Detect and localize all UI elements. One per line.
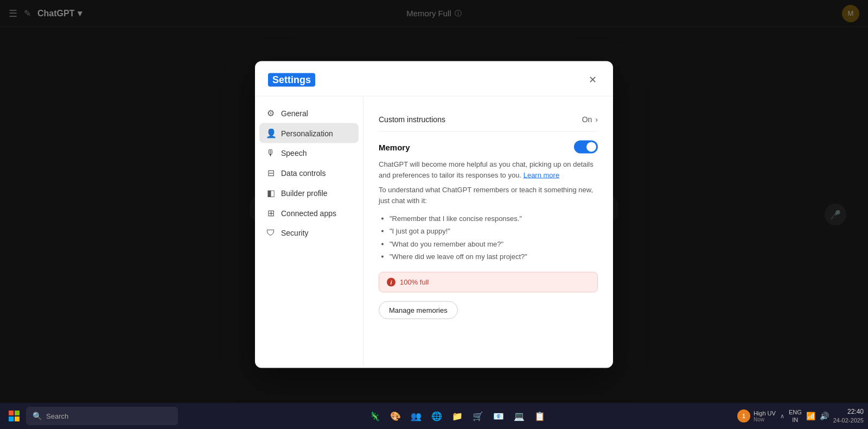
personalization-icon: 👤 (266, 128, 276, 138)
sidebar-item-label: General (281, 109, 308, 117)
uv-label: High UV (754, 410, 776, 417)
svg-rect-1 (15, 411, 20, 415)
memory-toggle[interactable] (574, 141, 598, 154)
sidebar-item-security[interactable]: 🛡 Security (259, 223, 359, 243)
settings-content: Custom instructions On › Memory ChatGPT … (363, 97, 613, 368)
custom-instructions-on: On (582, 115, 592, 124)
taskbar-app-teams[interactable]: 👥 (406, 406, 426, 426)
sidebar-item-label: Connected apps (281, 209, 336, 217)
taskbar-right: 1 High UV Now ∧ ENGIN 📶 🔊 22:40 24-02-20… (737, 407, 864, 425)
taskbar-app-color[interactable]: 🎨 (386, 406, 405, 426)
data-controls-icon: ⊟ (266, 168, 276, 178)
modal-header: Settings ✕ (255, 61, 613, 97)
svg-rect-0 (9, 411, 14, 415)
memory-description: ChatGPT will become more helpful as you … (379, 159, 598, 180)
custom-instructions-value[interactable]: On › (582, 115, 598, 124)
memory-full-bar: i 100% full (379, 272, 598, 292)
memory-teach-text: To understand what ChatGPT remembers or … (379, 185, 598, 206)
sidebar-item-label: Security (281, 229, 309, 237)
sidebar-item-speech[interactable]: 🎙 Speech (259, 143, 359, 163)
clock-date: 24-02-2025 (833, 417, 864, 425)
speech-icon: 🎙 (266, 148, 276, 158)
list-item: "Remember that I like concise responses.… (390, 212, 598, 225)
custom-instructions-label: Custom instructions (379, 115, 445, 124)
security-icon: 🛡 (266, 228, 276, 238)
sidebar-item-label: Speech (281, 149, 307, 157)
chevron-right-icon: › (595, 115, 598, 124)
manage-memories-button[interactable]: Manage memories (379, 301, 458, 319)
taskbar-app-mail[interactable]: 📧 (489, 406, 508, 426)
taskbar-uv: 1 High UV Now (737, 409, 776, 422)
sidebar-item-data-controls[interactable]: ⊟ Data controls (259, 163, 359, 183)
sidebar-item-builder-profile[interactable]: ◧ Builder profile (259, 183, 359, 203)
svg-rect-3 (15, 417, 20, 421)
sidebar-item-general[interactable]: ⚙ General (259, 103, 359, 123)
time-display: 22:40 24-02-2025 (833, 407, 864, 425)
sidebar-item-connected-apps[interactable]: ⊞ Connected apps (259, 203, 359, 223)
full-info-icon: i (387, 277, 395, 286)
full-bar-text: 100% full (400, 278, 429, 286)
memory-title: Memory (379, 142, 410, 152)
sidebar-item-personalization[interactable]: 👤 Personalization (259, 123, 359, 143)
svg-rect-2 (9, 417, 14, 421)
clock-time: 22:40 (833, 407, 864, 417)
memory-examples-list: "Remember that I like concise responses.… (390, 212, 598, 263)
sidebar-item-label: Data controls (281, 168, 326, 177)
taskbar-app-edge[interactable]: 🌐 (427, 406, 446, 426)
modal-title: Settings (268, 73, 315, 86)
volume-icon: 🔊 (820, 412, 829, 420)
search-icon: 🔍 (33, 412, 42, 420)
taskbar-apps: 🦎 🎨 👥 🌐 📁 🛒 📧 💻 📋 (180, 406, 735, 426)
wifi-icon: 📶 (806, 412, 815, 420)
taskbar: 🔍 Search 🦎 🎨 👥 🌐 📁 🛒 📧 💻 📋 1 High UV Now… (0, 403, 868, 429)
memory-title-row: Memory (379, 141, 598, 154)
taskbar-app-notes[interactable]: 📋 (530, 406, 550, 426)
taskbar-app-folder[interactable]: 📁 (448, 406, 467, 426)
uv-sublabel: Now (754, 417, 776, 422)
close-button[interactable]: ✕ (585, 72, 600, 87)
language-label: ENGIN (789, 408, 802, 424)
chevron-up-icon[interactable]: ∧ (780, 413, 784, 420)
list-item: "Where did we leave off on my last proje… (390, 250, 598, 263)
uv-dot: 1 (737, 409, 750, 422)
taskbar-app-file[interactable]: 🦎 (365, 406, 385, 426)
taskbar-app-store[interactable]: 🛒 (468, 406, 488, 426)
sidebar-item-label: Builder profile (281, 188, 328, 197)
list-item: "What do you remember about me?" (390, 237, 598, 250)
connected-apps-icon: ⊞ (266, 208, 276, 218)
memory-section: Memory ChatGPT will become more helpful … (379, 132, 598, 319)
learn-more-link[interactable]: Learn more (524, 171, 559, 179)
search-text: Search (46, 412, 68, 420)
modal-body: ⚙ General 👤 Personalization 🎙 Speech ⊟ D… (255, 97, 613, 368)
taskbar-search[interactable]: 🔍 Search (26, 407, 178, 425)
custom-instructions-row: Custom instructions On › (379, 108, 598, 132)
builder-icon: ◧ (266, 188, 276, 198)
taskbar-app-vscode[interactable]: 💻 (509, 406, 529, 426)
list-item: "I just got a puppy!" (390, 225, 598, 237)
settings-modal: Settings ✕ ⚙ General 👤 Personalization 🎙… (255, 61, 613, 368)
sidebar-item-label: Personalization (281, 129, 333, 137)
start-button[interactable] (4, 406, 24, 426)
general-icon: ⚙ (266, 108, 276, 118)
settings-sidebar: ⚙ General 👤 Personalization 🎙 Speech ⊟ D… (255, 97, 363, 368)
